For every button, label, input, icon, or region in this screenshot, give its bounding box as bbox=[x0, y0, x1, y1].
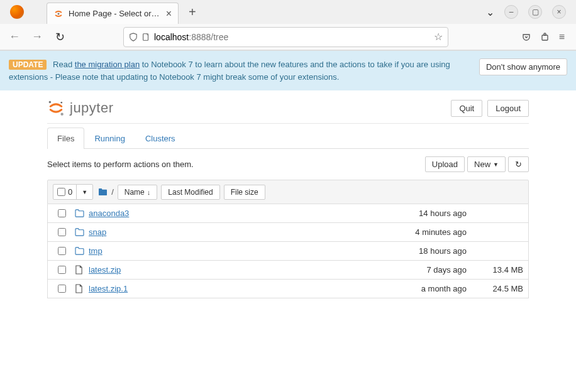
tab-running[interactable]: Running bbox=[84, 128, 135, 149]
tab-files[interactable]: Files bbox=[47, 128, 84, 149]
upload-button[interactable]: Upload bbox=[425, 156, 465, 172]
item-size: 13.4 MB bbox=[473, 265, 523, 275]
jupyter-wordmark: jupyter bbox=[70, 100, 114, 116]
forward-button[interactable]: → bbox=[28, 28, 47, 46]
quit-button[interactable]: Quit bbox=[451, 100, 482, 117]
minimize-button[interactable]: – bbox=[504, 5, 518, 19]
svg-rect-3 bbox=[544, 33, 546, 35]
select-all-checkbox[interactable] bbox=[57, 188, 65, 196]
extensions-icon[interactable] bbox=[540, 32, 550, 42]
row-checkbox[interactable] bbox=[58, 285, 66, 293]
breadcrumb-root[interactable]: / bbox=[111, 187, 114, 197]
row-checkbox[interactable] bbox=[58, 209, 66, 217]
sort-name-button[interactable]: Name↓ bbox=[118, 185, 158, 200]
file-icon bbox=[75, 284, 85, 293]
firefox-icon bbox=[10, 5, 24, 19]
bookmark-icon[interactable]: ☆ bbox=[434, 31, 443, 43]
item-modified: 7 days ago bbox=[379, 265, 467, 275]
refresh-icon: ↻ bbox=[515, 160, 522, 169]
row-checkbox[interactable] bbox=[58, 228, 66, 236]
select-menu-caret[interactable]: ▼ bbox=[77, 187, 92, 198]
file-icon bbox=[75, 265, 85, 275]
item-link[interactable]: anaconda3 bbox=[89, 209, 129, 218]
page-header: jupyter Quit Logout bbox=[47, 90, 529, 124]
main-tabs: Files Running Clusters bbox=[47, 128, 529, 149]
item-link[interactable]: latest.zip bbox=[89, 265, 121, 275]
selection-count: 0 bbox=[68, 187, 72, 197]
row-checkbox[interactable] bbox=[58, 266, 66, 274]
jupyter-mark-icon bbox=[47, 99, 65, 117]
menu-icon[interactable]: ≡ bbox=[559, 31, 565, 43]
item-modified: 18 hours ago bbox=[379, 246, 467, 256]
migration-plan-link[interactable]: the migration plan bbox=[75, 60, 140, 69]
folder-icon[interactable] bbox=[98, 188, 108, 196]
update-badge: UPDATE bbox=[9, 60, 47, 70]
list-toolbar: Select items to perform actions on them.… bbox=[47, 156, 529, 172]
list-row: anaconda314 hours ago bbox=[47, 204, 529, 223]
chevron-down-icon[interactable]: ⌄ bbox=[486, 6, 494, 18]
svg-rect-2 bbox=[542, 35, 548, 40]
list-row: latest.zip.1a month ago24.5 MB bbox=[47, 280, 529, 298]
back-button[interactable]: ← bbox=[5, 28, 24, 46]
svg-point-5 bbox=[60, 112, 63, 115]
browser-chrome: Home Page - Select or cre × + ⌄ – ▢ × ← … bbox=[0, 0, 576, 51]
refresh-button[interactable]: ↻ bbox=[508, 156, 529, 172]
jupyter-logo[interactable]: jupyter bbox=[47, 99, 114, 117]
item-modified: 14 hours ago bbox=[379, 209, 467, 218]
item-size: 24.5 MB bbox=[473, 284, 523, 293]
arrow-down-icon: ↓ bbox=[147, 188, 151, 196]
tab-close-icon[interactable]: × bbox=[166, 9, 172, 19]
item-modified: a month ago bbox=[379, 284, 467, 293]
shield-icon bbox=[129, 33, 138, 41]
sort-modified-button[interactable]: Last Modified bbox=[161, 185, 219, 200]
svg-point-6 bbox=[60, 102, 62, 104]
folder-icon bbox=[75, 228, 85, 236]
pocket-icon[interactable] bbox=[521, 32, 531, 42]
list-row: snap4 minutes ago bbox=[47, 223, 529, 242]
toolbar-hint: Select items to perform actions on them. bbox=[47, 160, 194, 169]
dismiss-banner-button[interactable]: Don't show anymore bbox=[479, 58, 567, 75]
item-modified: 4 minutes ago bbox=[379, 227, 467, 237]
tab-clusters[interactable]: Clusters bbox=[135, 128, 186, 149]
browser-tab[interactable]: Home Page - Select or cre × bbox=[47, 3, 179, 24]
tab-bar: Home Page - Select or cre × + ⌄ – ▢ × bbox=[0, 0, 576, 24]
close-window-button[interactable]: × bbox=[552, 5, 566, 19]
address-bar: ← → ↻ localhost:8888/tree ☆ ≡ bbox=[0, 24, 576, 50]
update-banner: UPDATE Read the migration plan to Notebo… bbox=[0, 51, 576, 90]
item-link[interactable]: tmp bbox=[89, 246, 102, 256]
list-row: tmp18 hours ago bbox=[47, 242, 529, 261]
list-row: latest.zip7 days ago13.4 MB bbox=[47, 261, 529, 280]
reload-button[interactable]: ↻ bbox=[50, 28, 69, 46]
list-header: 0 ▼ / Name↓ Last Modified File size bbox=[47, 180, 529, 204]
maximize-button[interactable]: ▢ bbox=[528, 5, 542, 19]
address-input[interactable]: localhost:8888/tree ☆ bbox=[123, 27, 448, 47]
logout-button[interactable]: Logout bbox=[487, 100, 529, 117]
row-checkbox[interactable] bbox=[58, 247, 66, 255]
item-link[interactable]: latest.zip.1 bbox=[89, 284, 128, 293]
select-all-group[interactable]: 0 ▼ bbox=[53, 184, 93, 200]
sort-size-button[interactable]: File size bbox=[224, 185, 265, 200]
caret-down-icon: ▼ bbox=[493, 161, 499, 168]
document-icon bbox=[141, 33, 150, 41]
tab-title: Home Page - Select or cre bbox=[69, 9, 161, 18]
jupyter-favicon bbox=[53, 9, 64, 19]
folder-icon bbox=[75, 247, 85, 255]
new-button[interactable]: New▼ bbox=[467, 156, 506, 172]
folder-icon bbox=[75, 209, 85, 217]
new-tab-button[interactable]: + bbox=[189, 5, 196, 19]
url-text: localhost:8888/tree bbox=[154, 32, 430, 42]
svg-point-4 bbox=[49, 101, 52, 104]
svg-point-0 bbox=[58, 13, 60, 14]
item-link[interactable]: snap bbox=[89, 227, 106, 237]
